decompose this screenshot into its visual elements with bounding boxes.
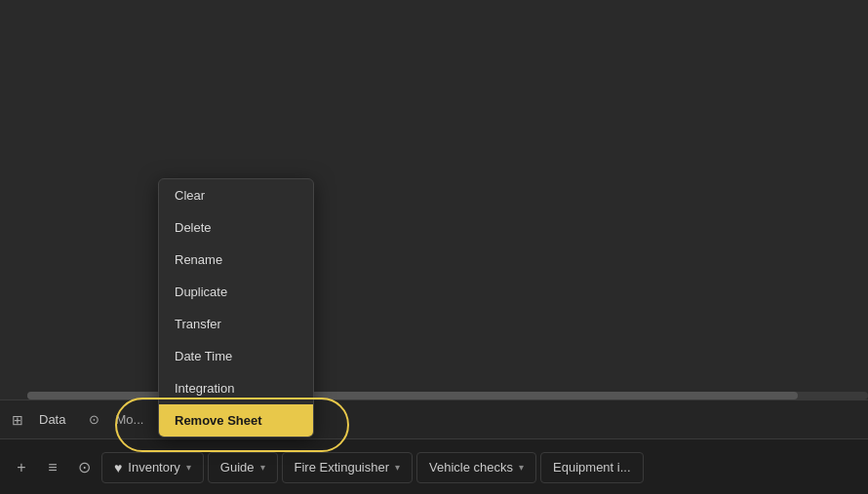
sheet-tabs-bar: + ≡ ⊙ ♥ Inventory ▾ Guide ▾ Fire Extingu… — [0, 439, 868, 494]
sheet-tab-inventory[interactable]: ♥ Inventory ▾ — [101, 452, 204, 483]
scrollbar[interactable] — [27, 392, 868, 399]
add-sheet-button[interactable]: + — [8, 454, 35, 481]
context-menu-item-delete[interactable]: Delete — [159, 211, 313, 244]
chevron-down-icon: ▾ — [395, 462, 400, 473]
inventory-icon: ♥ — [114, 460, 122, 475]
sheet-tab-equipment[interactable]: Equipment i... — [540, 452, 644, 483]
context-menu-item-remove-sheet[interactable]: Remove Sheet — [159, 404, 313, 437]
chevron-down-icon: ▾ — [186, 462, 191, 473]
context-menu-item-clear[interactable]: Clear — [159, 179, 313, 211]
mode-label: Mo... — [115, 412, 143, 427]
mode-icon: ⊙ — [89, 412, 99, 427]
main-area — [0, 0, 868, 399]
list-icon: ⊞ — [12, 412, 23, 428]
context-menu-item-datetime[interactable]: Date Time — [159, 340, 313, 372]
data-label[interactable]: Data — [39, 412, 65, 427]
context-menu-item-integration[interactable]: Integration — [159, 372, 313, 404]
chevron-down-icon: ▾ — [519, 462, 524, 473]
sheet-tab-guide[interactable]: Guide ▾ — [208, 452, 278, 483]
record-button[interactable]: ⊙ — [70, 454, 98, 481]
sheets-menu-button[interactable]: ≡ — [39, 454, 66, 481]
bottom-toolbar: ⊞ Data ⊙ Mo... + ≡ ⊙ ♥ Inventory ▾ Guide… — [0, 399, 868, 494]
context-menu-item-duplicate[interactable]: Duplicate — [159, 276, 313, 308]
sheet-tab-vehicle-checks[interactable]: Vehicle checks ▾ — [416, 452, 536, 483]
data-bar: ⊞ Data ⊙ Mo... — [0, 400, 868, 439]
chevron-down-icon: ▾ — [260, 462, 265, 473]
context-menu-item-transfer[interactable]: Transfer — [159, 308, 313, 340]
context-menu-item-rename[interactable]: Rename — [159, 244, 313, 276]
context-menu: Clear Delete Rename Duplicate Transfer D… — [158, 178, 314, 437]
sheet-tab-fire-extinguisher[interactable]: Fire Extinguisher ▾ — [282, 452, 414, 483]
scroll-thumb — [27, 392, 798, 399]
